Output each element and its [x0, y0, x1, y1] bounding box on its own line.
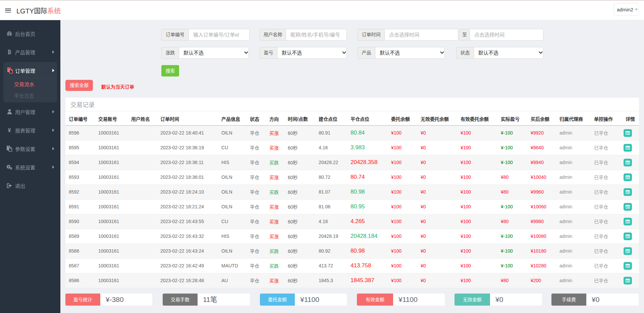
svg-text:¥: ¥ [8, 127, 11, 133]
